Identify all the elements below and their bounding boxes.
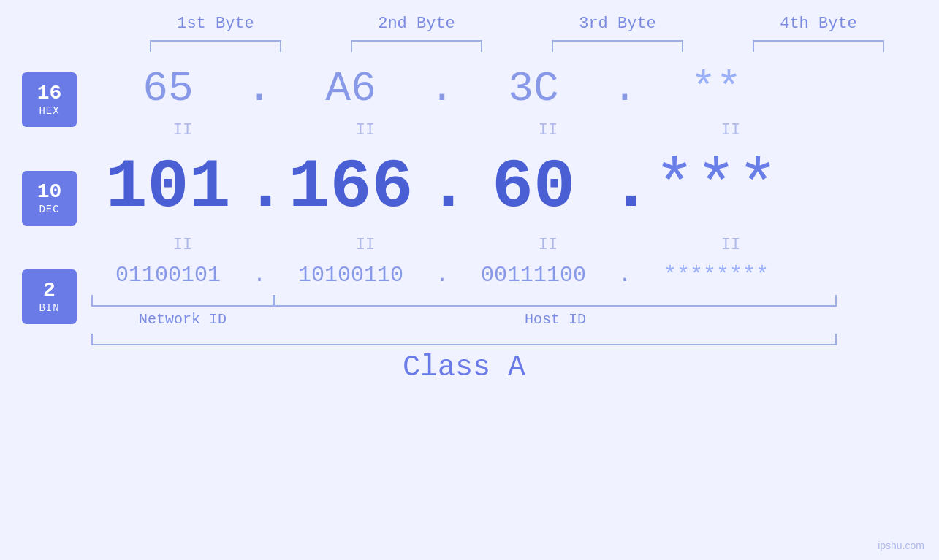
bracket-top-4 bbox=[753, 40, 884, 52]
byte-headers-row: 1st Byte 2nd Byte 3rd Byte 4th Byte bbox=[115, 15, 919, 33]
bin-badge: 2 BIN bbox=[22, 269, 77, 324]
hex-byte1: 65 bbox=[91, 65, 245, 112]
bracket-top-3 bbox=[552, 40, 683, 52]
eq7: II bbox=[457, 234, 639, 256]
hex-row: 65 . A6 . 3C . ** bbox=[91, 65, 895, 112]
dec-byte2: 166 bbox=[274, 148, 427, 227]
dec-name: DEC bbox=[39, 204, 59, 215]
eq8: II bbox=[639, 234, 822, 256]
bin-dot1: . bbox=[245, 263, 274, 288]
dec-row: 101 . 166 . 60 . *** bbox=[91, 148, 895, 227]
hex-badge: 16 HEX bbox=[22, 72, 77, 127]
bin-dot2: . bbox=[427, 263, 457, 288]
host-id-label: Host ID bbox=[274, 311, 837, 328]
hex-byte3: 3C bbox=[457, 65, 610, 112]
hex-dot2: . bbox=[427, 65, 457, 112]
id-labels-row: Network ID Host ID bbox=[91, 311, 895, 328]
class-label: Class A bbox=[91, 351, 837, 384]
eq3: II bbox=[457, 120, 639, 141]
hex-byte4: ** bbox=[639, 65, 793, 112]
dec-number: 10 bbox=[37, 181, 62, 204]
bin-byte1: 01100101 bbox=[91, 263, 245, 288]
eq-row-1: II II II II bbox=[91, 120, 895, 141]
eq1: II bbox=[91, 120, 274, 141]
byte-header-2: 2nd Byte bbox=[336, 15, 497, 33]
dec-dot2: . bbox=[427, 148, 457, 227]
dec-byte4: *** bbox=[639, 148, 793, 227]
bin-dot3: . bbox=[610, 263, 639, 288]
dec-dot1: . bbox=[245, 148, 274, 227]
bin-byte2: 10100110 bbox=[274, 263, 427, 288]
top-brackets bbox=[115, 40, 919, 52]
dec-byte1: 101 bbox=[91, 148, 245, 227]
hex-name: HEX bbox=[39, 105, 59, 117]
bin-row: 01100101 . 10100110 . 00111100 . *******… bbox=[91, 263, 895, 288]
hex-dot3: . bbox=[610, 65, 639, 112]
byte-header-4: 4th Byte bbox=[738, 15, 899, 33]
byte-header-1: 1st Byte bbox=[135, 15, 296, 33]
bracket-top-2 bbox=[351, 40, 482, 52]
bracket-bottom-network bbox=[91, 295, 274, 307]
bracket-bottom-large bbox=[91, 334, 837, 345]
bin-name: BIN bbox=[39, 302, 59, 314]
eq-row-2: II II II II bbox=[91, 234, 895, 256]
byte-header-3: 3rd Byte bbox=[537, 15, 698, 33]
bracket-top-1 bbox=[150, 40, 281, 52]
watermark: ipshu.com bbox=[878, 540, 924, 551]
hex-number: 16 bbox=[37, 83, 62, 105]
dec-dot3: . bbox=[610, 148, 639, 227]
bottom-brackets-row bbox=[91, 295, 895, 307]
bin-byte4: ******** bbox=[639, 263, 793, 288]
eq4: II bbox=[639, 120, 822, 141]
bracket-bottom-host bbox=[274, 295, 837, 307]
main-container: 1st Byte 2nd Byte 3rd Byte 4th Byte 16 H… bbox=[0, 0, 939, 560]
bin-number: 2 bbox=[43, 280, 56, 302]
bin-byte3: 00111100 bbox=[457, 263, 610, 288]
eq5: II bbox=[91, 234, 274, 256]
eq6: II bbox=[274, 234, 457, 256]
hex-byte2: A6 bbox=[274, 65, 427, 112]
hex-dot1: . bbox=[245, 65, 274, 112]
dec-byte3: 60 bbox=[457, 148, 610, 227]
dec-badge: 10 DEC bbox=[22, 171, 77, 226]
network-id-label: Network ID bbox=[91, 311, 274, 328]
eq2: II bbox=[274, 120, 457, 141]
base-badges-column: 16 HEX 10 DEC 2 BIN bbox=[22, 72, 77, 368]
